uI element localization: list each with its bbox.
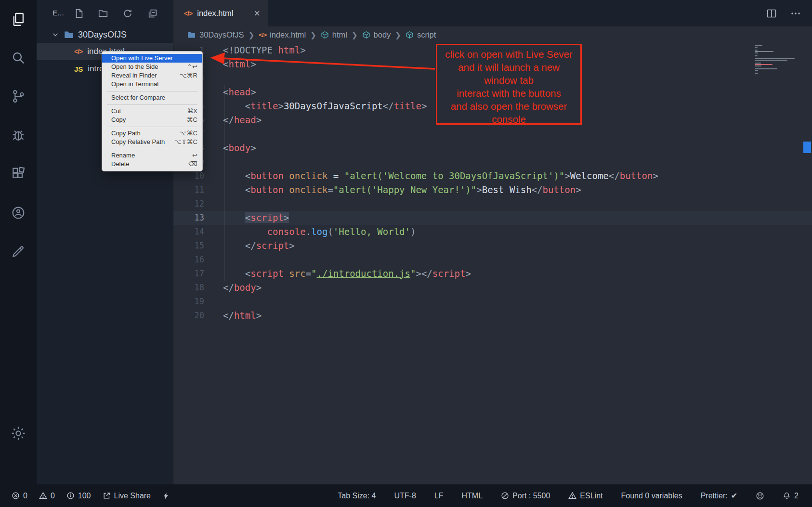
eslint-status[interactable]: ESLint xyxy=(568,492,602,500)
share-icon xyxy=(103,492,111,500)
menu-item-open-in-terminal[interactable]: Open in Terminal xyxy=(102,80,202,89)
minimap-line xyxy=(755,68,777,69)
language-mode-status[interactable]: HTML xyxy=(462,492,483,500)
info-circle-icon xyxy=(66,492,75,500)
tab-index-html[interactable]: </> index.html × xyxy=(173,0,268,26)
live-share-button[interactable] xyxy=(8,202,29,223)
minimap-line xyxy=(755,51,773,52)
menu-item-delete[interactable]: Delete ⌫ xyxy=(102,160,202,169)
menu-item-copy[interactable]: Copy ⌘C xyxy=(102,116,202,124)
status-right: Tab Size: 4 UTF-8 LF HTML Port : 5500 ES… xyxy=(338,491,799,500)
line-number: 11 xyxy=(173,183,204,197)
breadcrumb-item-script[interactable]: script xyxy=(406,30,436,39)
menu-item-copy-relative-path[interactable]: Copy Relative Path ⌥⇧⌘C xyxy=(102,138,202,146)
debug-icon xyxy=(11,128,26,143)
menu-item-open-with-live-server[interactable]: Open with Live Server xyxy=(102,54,202,63)
tab-size-status[interactable]: Tab Size: 4 xyxy=(338,492,376,500)
symbol-cube-icon xyxy=(362,31,370,39)
code-line-18[interactable]: 18</body> xyxy=(173,281,812,295)
code-line-11[interactable]: 11 <button onclick="alert('Happy New Yea… xyxy=(173,183,812,197)
debug-button[interactable] xyxy=(8,125,29,146)
lightning-status[interactable] xyxy=(162,492,173,500)
menu-item-reveal-in-finder[interactable]: Reveal in Finder ⌥⌘R xyxy=(102,71,202,80)
menu-item-select-for-compare[interactable]: Select for Compare xyxy=(102,93,202,102)
minimap-line xyxy=(755,70,758,71)
minimap-line xyxy=(755,58,795,59)
search-button[interactable] xyxy=(8,47,29,68)
explorer-title: E... xyxy=(52,9,64,17)
code-line-8[interactable]: 8<body> xyxy=(173,141,812,155)
code-line-9[interactable]: 9 xyxy=(173,155,812,169)
chevron-right-icon: ❯ xyxy=(310,31,316,39)
more-actions-button[interactable] xyxy=(790,8,801,19)
source-control-button[interactable] xyxy=(8,86,29,107)
encoding-status[interactable]: UTF-8 xyxy=(394,492,416,500)
breadcrumb: 30DaysOfJS ❯ </> index.html ❯ html ❯ bod… xyxy=(173,26,812,43)
errors-status[interactable]: 0 xyxy=(12,492,27,500)
code-line-14[interactable]: 14 console.log('Hello, World') xyxy=(173,225,812,239)
tab-bar: </> index.html × xyxy=(173,0,812,26)
feedback-smiley-status[interactable] xyxy=(756,492,764,500)
variables-status[interactable]: Found 0 variables xyxy=(621,492,682,500)
code-text: <body> xyxy=(223,141,256,155)
minimap-line xyxy=(755,45,762,46)
code-line-10[interactable]: 10 <button onclick = "alert('Welcome to … xyxy=(173,169,812,183)
edit-feedback-button[interactable] xyxy=(8,241,29,262)
breadcrumb-item-html[interactable]: html xyxy=(321,30,347,39)
extensions-button[interactable] xyxy=(8,163,29,184)
code-line-13[interactable]: 13 <script> xyxy=(173,211,812,225)
warnings-status[interactable]: 0 xyxy=(39,492,55,500)
split-editor-button[interactable] xyxy=(766,8,777,19)
live-server-port-status[interactable]: Port : 5500 xyxy=(501,492,550,500)
code-text: <script src="./introduction.js"></script… xyxy=(223,267,471,281)
minimap-line xyxy=(755,55,758,56)
info-status[interactable]: 100 xyxy=(66,492,91,500)
collapse-all-button[interactable] xyxy=(146,7,159,20)
menu-item-rename[interactable]: Rename ↩ xyxy=(102,151,202,160)
folder-root-30daysofjs[interactable]: 30DaysOfJS xyxy=(37,26,173,43)
menu-separator xyxy=(107,91,197,91)
notifications-status[interactable]: 2 xyxy=(783,492,799,500)
editor-actions xyxy=(766,0,801,26)
extensions-icon xyxy=(11,166,26,182)
status-left: 0 0 100 Live Share xyxy=(12,492,173,500)
breadcrumb-item-file[interactable]: </> index.html xyxy=(259,30,306,39)
minimap-line xyxy=(755,73,758,74)
annotation-note: click on open with Live Sever and it wil… xyxy=(436,44,582,125)
live-share-status[interactable]: Live Share xyxy=(103,492,151,500)
lightning-icon xyxy=(162,492,170,500)
code-line-15[interactable]: 15 </script> xyxy=(173,239,812,253)
tab-close-icon[interactable]: × xyxy=(254,8,260,19)
minimap-line xyxy=(755,60,787,61)
breadcrumb-item-body[interactable]: body xyxy=(362,30,391,39)
error-circle-icon xyxy=(12,492,20,500)
code-text: </script> xyxy=(223,239,295,253)
split-editor-icon xyxy=(766,8,777,19)
minimap[interactable] xyxy=(755,45,800,74)
breadcrumb-item-folder[interactable]: 30DaysOfJS xyxy=(187,30,244,39)
check-icon: ✔ xyxy=(731,491,737,500)
code-line-16[interactable]: 16 xyxy=(173,253,812,267)
code-line-12[interactable]: 12 xyxy=(173,197,812,211)
new-folder-button[interactable] xyxy=(97,7,109,20)
code-line-17[interactable]: 17 <script src="./introduction.js"></scr… xyxy=(173,267,812,281)
new-file-button[interactable] xyxy=(73,7,85,20)
refresh-button[interactable] xyxy=(121,7,134,20)
code-line-20[interactable]: 20</html> xyxy=(173,309,812,323)
prettier-status[interactable]: Prettier: ✔ xyxy=(701,491,737,500)
explorer-button[interactable] xyxy=(8,9,29,30)
line-number: 17 xyxy=(173,267,204,281)
code-line-19[interactable]: 19 xyxy=(173,295,812,309)
port-slash-icon xyxy=(501,492,509,500)
settings-button[interactable] xyxy=(8,423,29,444)
menu-item-cut[interactable]: Cut ⌘X xyxy=(102,107,202,116)
menu-item-open-to-the-side[interactable]: Open to the Side ⌃↩ xyxy=(102,63,202,71)
code-line-7[interactable]: 7 xyxy=(173,127,812,141)
chevron-right-icon: ❯ xyxy=(249,31,255,39)
eol-status[interactable]: LF xyxy=(434,492,444,500)
overview-ruler-marker[interactable] xyxy=(803,142,811,153)
bell-icon xyxy=(783,492,791,500)
menu-item-copy-path[interactable]: Copy Path ⌥⌘C xyxy=(102,129,202,138)
line-number: 18 xyxy=(173,281,204,295)
minimap-line xyxy=(755,50,758,51)
